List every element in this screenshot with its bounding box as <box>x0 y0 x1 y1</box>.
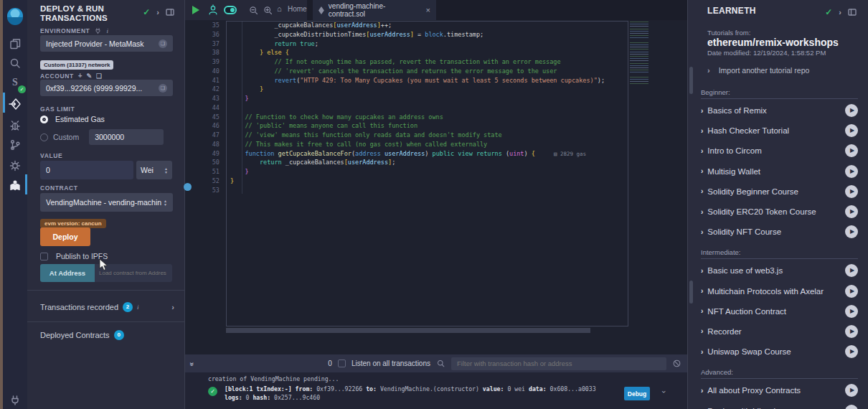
environment-plug-icon[interactable] <box>94 27 102 34</box>
ai-toggle-switch[interactable] <box>224 4 237 17</box>
start-tutorial-play-icon[interactable]: ▶ <box>845 144 858 157</box>
debug-button[interactable]: Debug <box>624 387 650 400</box>
tutorial-item[interactable]: ›Basic use of web3.js▶ <box>701 260 858 281</box>
start-tutorial-play-icon[interactable]: ▶ <box>845 405 858 409</box>
start-tutorial-play-icon[interactable]: ▶ <box>845 285 858 298</box>
expand-tutorial-icon[interactable]: › <box>701 327 703 335</box>
tutorial-item[interactable]: ›Deploy with Libraries▶ <box>701 400 858 409</box>
tutorial-item[interactable]: ›Solidity NFT Course▶ <box>701 222 858 242</box>
expand-tutorial-icon[interactable]: › <box>701 187 703 195</box>
start-tutorial-play-icon[interactable]: ▶ <box>845 225 858 238</box>
tutorial-item[interactable]: ›Solidity ERC20 Token Course▶ <box>701 202 858 222</box>
tutorial-item[interactable]: ›Hash Checker Tutorial▶ <box>701 121 858 141</box>
start-tutorial-play-icon[interactable]: ▶ <box>845 104 858 117</box>
learneth-plugin-icon[interactable] <box>3 177 27 195</box>
expand-tx-icon[interactable]: › <box>660 390 669 393</box>
start-tutorial-play-icon[interactable]: ▶ <box>845 165 858 178</box>
panel-expand-icon[interactable]: › <box>156 8 159 17</box>
zoom-out-icon[interactable] <box>247 4 260 17</box>
expand-tutorial-icon[interactable]: › <box>701 208 703 216</box>
learneth-expand-icon[interactable]: › <box>839 8 841 17</box>
environment-info-icon[interactable]: i <box>106 27 108 34</box>
solidity-compiler-icon[interactable]: S ✓ <box>3 73 27 92</box>
start-tutorial-play-icon[interactable]: ▶ <box>845 124 858 137</box>
account-copy-icon[interactable]: ❏ <box>159 84 167 93</box>
plugin-connect-icon[interactable] <box>3 390 27 409</box>
settings-icon[interactable] <box>3 156 27 175</box>
editor-minimap[interactable] <box>630 22 648 85</box>
horizontal-scrollbar[interactable] <box>226 328 590 333</box>
tutorial-item[interactable]: ›Recorder▶ <box>701 321 858 342</box>
transactions-info-icon[interactable]: i <box>137 304 139 311</box>
transactions-recorded-row[interactable]: Transactions recorded 2 i › <box>40 296 174 318</box>
scrollbar-thumb[interactable] <box>689 281 693 304</box>
editor-code-lines[interactable]: _cupcakeBalances[userAddress]++; _cupcak… <box>230 21 625 194</box>
file-explorer-icon[interactable] <box>3 34 27 53</box>
expand-tutorial-icon[interactable]: › <box>701 287 703 295</box>
start-tutorial-play-icon[interactable]: ▶ <box>845 325 858 338</box>
learneth-pin-icon[interactable] <box>848 8 857 17</box>
estimated-gas-radio[interactable] <box>40 116 48 123</box>
editor-gutter[interactable]: 35363738394041424344454647484950515253 <box>191 21 220 194</box>
transaction-log-entry[interactable]: ✓ [block:1 txIndex:-] from: 0xf39...9226… <box>208 385 681 402</box>
search-icon[interactable] <box>3 54 27 72</box>
expand-tutorial-icon[interactable]: › <box>701 147 703 155</box>
deployed-contracts-row[interactable]: Deployed Contracts 0 <box>40 324 174 346</box>
terminal-filter-input[interactable] <box>451 357 666 370</box>
expand-tutorial-icon[interactable]: › <box>701 167 703 175</box>
tutorial-item[interactable]: ›Solidity Beginner Course▶ <box>701 182 858 202</box>
home-tab-label[interactable]: Home <box>288 5 307 13</box>
zoom-in-icon[interactable] <box>261 4 274 17</box>
breakpoint-dot[interactable] <box>184 183 192 191</box>
run-script-icon[interactable] <box>189 4 202 17</box>
environment-select[interactable]: Injected Provider - MetaMask ❏ <box>40 35 173 52</box>
environment-copy-icon[interactable]: ❏ <box>159 39 167 48</box>
publish-ipfs-checkbox[interactable] <box>40 253 48 260</box>
deploy-run-icon[interactable] <box>3 95 27 113</box>
expand-tutorial-icon[interactable]: › <box>701 127 703 135</box>
expand-tutorial-icon[interactable]: › <box>701 348 703 356</box>
import-repo-link[interactable]: › Import another tutorial repo <box>707 66 858 75</box>
ai-assistant-icon[interactable] <box>207 4 220 17</box>
expand-tutorial-icon[interactable]: › <box>701 267 703 275</box>
start-tutorial-play-icon[interactable]: ▶ <box>845 305 858 318</box>
scrollbar-thumb[interactable] <box>689 67 693 94</box>
start-tutorial-play-icon[interactable]: ▶ <box>845 264 858 277</box>
listen-all-checkbox[interactable] <box>338 359 346 367</box>
tutorial-item[interactable]: ›All about Proxy Contracts▶ <box>701 380 858 400</box>
tutorial-item[interactable]: ›Multichain Protocols with Axelar▶ <box>701 281 858 301</box>
tutorial-item[interactable]: ›Multisig Wallet▶ <box>701 161 858 182</box>
remix-logo[interactable] <box>3 6 27 25</box>
tutorial-item[interactable]: ›NFT Auction Contract▶ <box>701 301 858 321</box>
copy-account-icon[interactable]: ❏ <box>96 72 102 80</box>
start-tutorial-play-icon[interactable]: ▶ <box>845 205 858 218</box>
value-input[interactable] <box>40 161 133 179</box>
clear-console-icon[interactable] <box>672 359 681 368</box>
start-tutorial-play-icon[interactable]: ▶ <box>845 185 858 198</box>
sign-message-icon[interactable]: ✎ <box>87 72 93 80</box>
transactions-expand-icon[interactable]: › <box>171 303 174 311</box>
home-icon[interactable]: ⌂ <box>277 4 282 13</box>
close-tab-icon[interactable]: × <box>426 6 430 14</box>
tutorial-item[interactable]: ›Intro to Circom▶ <box>701 141 858 161</box>
collapse-terminal-icon[interactable]: » <box>188 362 196 365</box>
debugger-icon[interactable] <box>3 116 27 135</box>
expand-tutorial-icon[interactable]: › <box>701 228 703 236</box>
start-tutorial-play-icon[interactable]: ▶ <box>845 345 858 358</box>
tutorial-item[interactable]: ›Basics of Remix▶ <box>701 100 858 121</box>
tab-vending-machine-contract[interactable]: vending-machine-contract.sol × <box>313 0 436 20</box>
account-select[interactable]: 0xf39...92266 (9999.99929... ❏ <box>40 80 173 96</box>
custom-gas-radio[interactable] <box>40 133 48 141</box>
create-account-icon[interactable]: + <box>78 72 82 80</box>
at-address-button[interactable]: At Address <box>40 264 95 282</box>
contract-select[interactable]: VendingMachine - vending-machin ▲▼ <box>40 193 173 212</box>
expand-tutorial-icon[interactable]: › <box>701 387 703 395</box>
expand-tutorial-icon[interactable]: › <box>701 107 703 115</box>
source-control-icon[interactable] <box>3 136 27 154</box>
expand-tutorial-icon[interactable]: › <box>701 307 703 315</box>
pin-panel-icon[interactable] <box>166 8 174 17</box>
custom-gas-input[interactable] <box>89 129 164 145</box>
start-tutorial-play-icon[interactable]: ▶ <box>845 384 858 397</box>
tutorial-item[interactable]: ›Uniswap Swap Course▶ <box>701 342 858 362</box>
deploy-button[interactable]: Deploy <box>40 227 90 246</box>
